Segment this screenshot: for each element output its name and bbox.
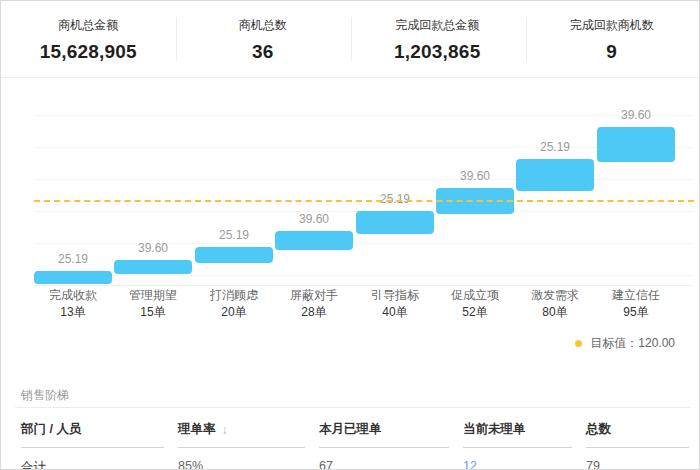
bar-value-label: 39.60	[265, 212, 363, 226]
card-divider	[351, 17, 352, 61]
funnel-stage-bar[interactable]	[114, 260, 192, 274]
section-divider	[15, 407, 691, 408]
bar-value-label: 25.19	[346, 192, 444, 206]
legend-label: 目标值：120.00	[590, 335, 675, 352]
table-cell-done: 67	[319, 448, 449, 470]
funnel-stage-bar[interactable]	[516, 159, 594, 191]
stat-card-opportunity-count: 商机总数 36	[176, 1, 351, 77]
stat-value: 1,203,865	[394, 41, 480, 63]
sales-ladder-table: 部门 / 人员 理单率 ↓ 本月已理单 当前未理单 总数 合计 85% 67 1…	[21, 414, 689, 470]
stat-label: 完成回款商机数	[570, 17, 654, 34]
card-divider	[526, 17, 527, 61]
gridline	[34, 275, 694, 276]
bar-value-label: 25.19	[185, 228, 283, 242]
stat-label: 商机总金额	[58, 17, 118, 34]
sales-stair-chart: 目标值：120.00 25.19完成收款13单39.60管理期望15单25.19…	[1, 81, 700, 373]
stat-label: 商机总数	[239, 17, 287, 34]
funnel-stage-bar[interactable]	[195, 247, 273, 263]
funnel-stage-bar[interactable]	[34, 271, 112, 284]
table-cell-pending-link[interactable]: 12	[463, 448, 572, 470]
column-header-label: 理单率	[178, 421, 216, 438]
column-header-done[interactable]: 本月已理单	[319, 414, 449, 448]
stats-row: 商机总金额 15,628,905 商机总数 36 完成回款总金额 1,203,8…	[1, 1, 699, 77]
section-divider	[1, 77, 699, 78]
gridline	[34, 179, 694, 180]
stat-value: 9	[606, 41, 617, 63]
table-cell-total: 79	[586, 448, 689, 470]
stat-value: 15,628,905	[40, 41, 137, 63]
stat-card-payment-amount: 完成回款总金额 1,203,865	[350, 1, 525, 77]
table-cell-rate: 85%	[178, 448, 305, 470]
table-cell-dept: 合计	[21, 448, 164, 470]
sort-descending-icon[interactable]: ↓	[222, 423, 228, 437]
column-header-label: 总数	[586, 421, 611, 438]
bar-value-label: 39.60	[104, 241, 202, 255]
column-header-rate[interactable]: 理单率 ↓	[178, 414, 305, 448]
column-header-label: 当前未理单	[463, 421, 526, 438]
x-axis-count-label: 95单	[587, 304, 685, 321]
stat-label: 完成回款总金额	[395, 17, 479, 34]
card-divider	[176, 17, 177, 61]
bar-value-label: 39.60	[426, 169, 524, 183]
column-header-label: 部门 / 人员	[21, 421, 81, 438]
column-header-dept[interactable]: 部门 / 人员	[21, 414, 164, 448]
stat-value: 36	[252, 41, 274, 63]
table-section-title: 销售阶梯	[21, 387, 69, 404]
stat-card-payment-count: 完成回款商机数 9	[525, 1, 700, 77]
column-header-pending[interactable]: 当前未理单	[463, 414, 572, 448]
funnel-stage-bar[interactable]	[356, 211, 434, 234]
stat-card-opportunity-amount: 商机总金额 15,628,905	[1, 1, 176, 77]
crm-sales-dashboard: 商机总金额 15,628,905 商机总数 36 完成回款总金额 1,203,8…	[0, 0, 700, 470]
target-legend-item[interactable]: 目标值：120.00	[575, 335, 675, 352]
legend-dot-icon	[575, 340, 582, 347]
column-header-label: 本月已理单	[319, 421, 382, 438]
bar-value-label: 25.19	[506, 140, 604, 154]
x-axis-stage-label: 建立信任	[587, 287, 685, 304]
funnel-stage-bar[interactable]	[275, 231, 353, 250]
target-dashed-line	[34, 200, 694, 202]
funnel-stage-bar[interactable]	[597, 127, 675, 162]
bar-value-label: 39.60	[587, 108, 685, 122]
x-axis-line	[34, 285, 694, 286]
column-header-total[interactable]: 总数	[586, 414, 689, 448]
